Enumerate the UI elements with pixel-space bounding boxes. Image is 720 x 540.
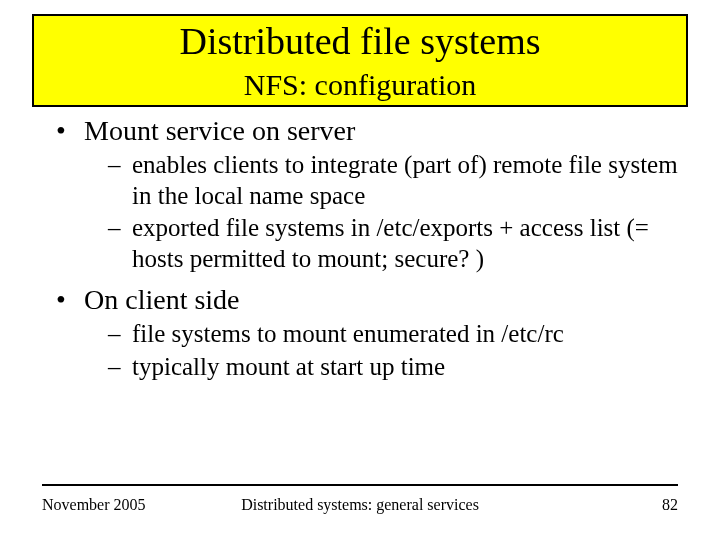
- sub-bullet-item: exported file systems in /etc/exports + …: [42, 213, 678, 274]
- slide-body: Mount service on server enables clients …: [42, 113, 678, 382]
- sub-bullet-item: typically mount at start up time: [42, 352, 678, 383]
- slide-subtitle: NFS: configuration: [34, 66, 686, 104]
- bullet-item: On client side: [42, 282, 678, 317]
- sub-bullet-item: file systems to mount enumerated in /etc…: [42, 319, 678, 350]
- footer-page-number: 82: [662, 496, 678, 514]
- sub-bullet-item: enables clients to integrate (part of) r…: [42, 150, 678, 211]
- footer-divider: [42, 484, 678, 486]
- slide-footer: November 2005 Distributed systems: gener…: [42, 496, 678, 514]
- bullet-item: Mount service on server: [42, 113, 678, 148]
- slide-title: Distributed file systems: [34, 20, 686, 64]
- title-block: Distributed file systems NFS: configurat…: [32, 14, 688, 107]
- footer-date: November 2005: [42, 496, 146, 514]
